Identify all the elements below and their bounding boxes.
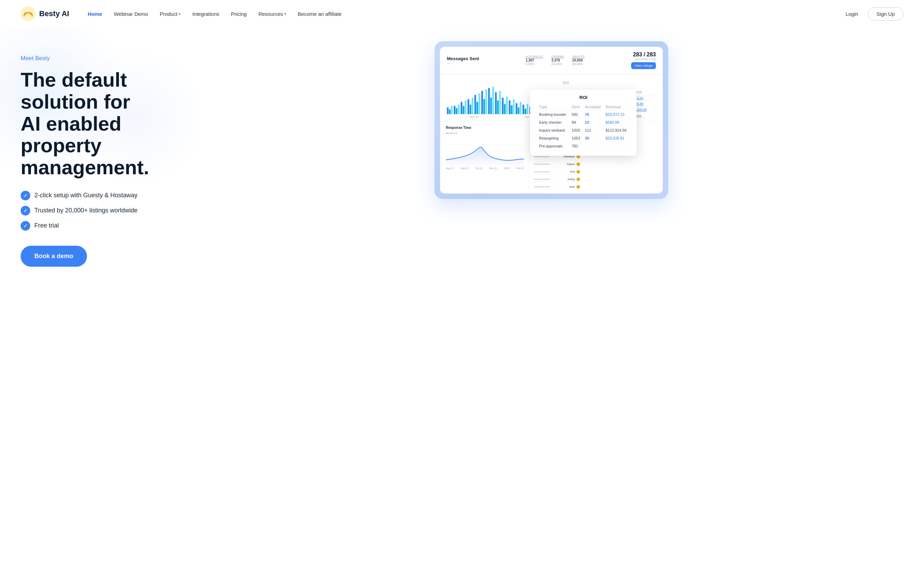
svg-point-2 xyxy=(30,13,32,15)
roi-row: Inquiry winback 1025 111 $112,914.56 xyxy=(537,127,630,134)
hero-visual: Messages Sent --- AUTOPILOT 1,307 8.52% … xyxy=(200,35,903,199)
bar-group xyxy=(447,106,453,114)
check-icon-3 xyxy=(21,221,30,231)
bar xyxy=(456,108,457,114)
listings-label: LISTINGS LIVE xyxy=(631,58,656,61)
offers-stat: OFFERS 3,376 22.02% xyxy=(551,55,564,66)
bar xyxy=(485,89,487,114)
chart-x-labels: Aug 13 Sep 24 Oct 21 Nov 21 2024 Feb 24 xyxy=(446,167,524,170)
nav-actions: Login Sign Up xyxy=(840,7,903,21)
bar xyxy=(449,109,450,114)
roi-row: Early checkin 89 23 $580.89 xyxy=(537,119,630,127)
resources-chevron-icon: ▾ xyxy=(284,12,286,16)
roi-col-revenue: Revenue xyxy=(604,104,630,110)
nav-links: Home Webinar Demo Product ▾ Integrations… xyxy=(83,8,840,20)
logo-icon xyxy=(21,6,36,21)
bar xyxy=(525,109,526,114)
bar xyxy=(495,92,497,114)
bar xyxy=(470,104,471,114)
hero-section: Meet Besty The default solution for AI e… xyxy=(0,28,924,289)
nav-pricing[interactable]: Pricing xyxy=(226,8,252,20)
bar xyxy=(488,88,490,114)
roi-popup-title: ROI xyxy=(537,95,630,100)
listings-number: 283 / 283 xyxy=(631,51,656,58)
roi-col-accepted: Accepted xyxy=(582,104,603,110)
bar xyxy=(481,91,483,114)
roi-col-sent: Sent xyxy=(569,104,582,110)
bar xyxy=(504,104,506,114)
guest-row: ■■■■■■■■■■■ Jack 😊 xyxy=(534,184,580,190)
bar xyxy=(513,99,515,114)
roi-row: Pre-approvals 781 xyxy=(537,142,630,150)
roi-row: Retargeting 1053 39 $33,335.81 xyxy=(537,134,630,142)
nav-webinar-demo[interactable]: Webinar Demo xyxy=(109,8,153,20)
bar xyxy=(492,87,494,114)
bar xyxy=(502,97,503,114)
check-icon-2 xyxy=(21,206,30,216)
book-demo-button[interactable]: Book a demo xyxy=(21,246,87,267)
bar xyxy=(516,103,517,114)
bar-group xyxy=(460,101,467,114)
dashboard-stats: AUTOPILOT 1,307 8.52% OFFERS 3,376 22.02… xyxy=(526,55,584,66)
bar-group xyxy=(495,91,501,114)
bar-group xyxy=(474,94,480,114)
bar xyxy=(463,106,464,114)
bar xyxy=(490,97,492,114)
signup-button[interactable]: Sign Up xyxy=(868,7,903,21)
bar xyxy=(478,94,480,114)
logo[interactable]: Besty AI xyxy=(21,6,69,21)
nav-integrations[interactable]: Integrations xyxy=(187,8,224,20)
login-link[interactable]: Login xyxy=(840,8,864,20)
bar xyxy=(511,105,513,114)
bar xyxy=(454,106,455,114)
drafts-stat: DRAFTS 10,650 69.46% xyxy=(572,55,584,66)
guest-row: ■■■■■■■■■■■ Kiril 😊 xyxy=(534,169,580,175)
bar xyxy=(523,104,524,114)
bar xyxy=(509,101,510,114)
bar xyxy=(518,107,520,114)
check-icon-1 xyxy=(21,191,30,200)
bar-group xyxy=(454,104,460,114)
bar-group xyxy=(481,89,487,114)
bar xyxy=(465,101,467,114)
bar-group xyxy=(516,102,521,114)
bar xyxy=(458,104,460,114)
bar-group xyxy=(523,104,528,114)
hero-eyebrow: Meet Besty xyxy=(21,55,200,62)
dashboard-header: Messages Sent --- AUTOPILOT 1,307 8.52% … xyxy=(440,47,663,74)
response-time-chart xyxy=(446,137,524,165)
product-chevron-icon: ▾ xyxy=(179,12,180,16)
bar-group xyxy=(488,87,494,114)
logo-text: Besty AI xyxy=(39,9,69,18)
nav-affiliate[interactable]: Become an affiliate xyxy=(293,8,346,20)
listings-count-area: 283 / 283 LISTINGS LIVE View Listings xyxy=(631,51,656,69)
roi-table: Type Sent Accepted Revenue Booking boost… xyxy=(537,104,630,150)
bar xyxy=(447,107,449,114)
bar xyxy=(499,91,501,114)
bar-group xyxy=(502,96,508,114)
navigation: Besty AI Home Webinar Demo Product ▾ Int… xyxy=(0,0,924,28)
response-time-title: Response Time xyxy=(446,126,524,130)
messages-sent-title: Messages Sent xyxy=(447,56,479,61)
hero-content: Meet Besty The default solution for AI e… xyxy=(21,35,200,267)
roi-col-type: Type xyxy=(537,104,569,110)
roi-label-area: ROI xyxy=(563,80,569,85)
autopilot-stat: AUTOPILOT 1,307 8.52% xyxy=(526,55,543,66)
bar xyxy=(483,99,485,114)
nav-product[interactable]: Product ▾ xyxy=(155,8,186,20)
feature-item: Free trial xyxy=(21,221,200,231)
messages-sub: --- xyxy=(447,61,479,65)
svg-point-1 xyxy=(25,13,26,15)
bar xyxy=(477,102,478,114)
bar xyxy=(472,97,474,114)
hero-features-list: 2-click setup with Guesty & Hostaway Tru… xyxy=(21,191,200,231)
roi-label: ROI xyxy=(563,81,569,85)
bar xyxy=(526,104,528,114)
dashboard-wrapper: Messages Sent --- AUTOPILOT 1,307 8.52% … xyxy=(434,41,668,199)
bar xyxy=(451,106,453,114)
bar xyxy=(460,102,462,114)
roi-row: Booking booster 581 76 $33,472.13 xyxy=(537,110,630,119)
nav-home[interactable]: Home xyxy=(83,8,107,20)
nav-resources[interactable]: Resources ▾ xyxy=(254,8,291,20)
view-listings-button[interactable]: View Listings xyxy=(631,62,656,69)
